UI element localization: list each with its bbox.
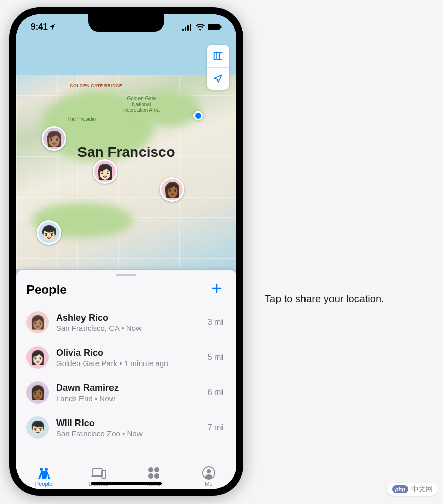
person-map-pin[interactable]: 👦🏻 [37, 220, 61, 245]
map-poi-presidio: The Presidio [67, 116, 96, 122]
watermark: php 中文网 [387, 483, 438, 496]
person-location: San Francisco, CA • Now [56, 324, 201, 332]
svg-rect-3 [190, 24, 191, 31]
status-time: 9:41 [31, 22, 56, 32]
location-arrow-icon [213, 74, 223, 84]
locate-me-button[interactable] [207, 67, 229, 90]
svg-point-16 [207, 469, 211, 473]
person-name: Ashley Rico [56, 313, 201, 323]
person-distance: 6 mi [208, 388, 226, 397]
person-map-pin[interactable]: 👩🏾 [160, 177, 184, 202]
person-map-pin[interactable]: 👩🏽 [42, 126, 66, 151]
svg-rect-5 [220, 26, 222, 29]
sheet-grabber[interactable] [116, 274, 136, 276]
items-icon [147, 466, 160, 480]
map-poi-bridge: GOLDEN GATE BRIDGE [70, 83, 122, 88]
phone-screen: 9:41 GOLDEN GATE BRIDGE The Presidio Gol… [16, 14, 236, 489]
person-row[interactable]: 👦🏻 Will Rico San Francisco Zoo • Now 7 m… [25, 410, 227, 445]
user-location-dot [193, 111, 203, 120]
person-avatar: 👦🏻 [26, 416, 49, 439]
svg-rect-8 [92, 469, 102, 476]
person-avatar: 👩🏽 [26, 311, 49, 333]
share-location-button[interactable] [208, 282, 226, 298]
svg-rect-1 [185, 27, 186, 31]
person-distance: 3 mi [208, 318, 226, 327]
person-name: Will Rico [56, 418, 201, 429]
person-info: Olivia Rico Golden Gate Park • 1 minute … [56, 348, 201, 368]
tab-label: Me [205, 481, 212, 487]
person-info: Ashley Rico San Francisco, CA • Now [56, 313, 201, 332]
person-info: Will Rico San Francisco Zoo • Now [56, 418, 201, 438]
tab-bar: People Devices Items Me [16, 463, 236, 489]
people-icon [36, 466, 51, 480]
person-row[interactable]: 👩🏾 Dawn Ramirez Lands End • Now 6 mi [25, 375, 227, 410]
people-list[interactable]: 👩🏽 Ashley Rico San Francisco, CA • Now 3… [16, 305, 236, 463]
notch [88, 14, 164, 32]
tab-people[interactable]: People [16, 466, 71, 487]
sheet-title: People [26, 283, 67, 297]
svg-rect-4 [208, 24, 220, 30]
devices-icon [91, 466, 106, 480]
person-row[interactable]: 👩🏻 Olivia Rico Golden Gate Park • 1 minu… [25, 340, 227, 375]
person-location: Golden Gate Park • 1 minute ago [56, 359, 201, 368]
person-name: Olivia Rico [56, 348, 201, 358]
person-location: San Francisco Zoo • Now [56, 429, 201, 438]
callout-text: Tap to share your location. [265, 293, 384, 305]
battery-icon [208, 23, 222, 31]
map-mode-button[interactable] [207, 45, 229, 67]
person-location: Lands End • Now [56, 394, 201, 403]
person-info: Dawn Ramirez Lands End • Now [56, 383, 201, 403]
sheet-header: People [16, 278, 236, 305]
svg-point-6 [40, 468, 43, 471]
map[interactable]: GOLDEN GATE BRIDGE The Presidio Golden G… [16, 14, 236, 299]
map-icon [212, 50, 224, 62]
cellular-icon [182, 23, 192, 31]
map-poi-ggnra: Golden Gate National Recreation Area [123, 96, 160, 114]
person-distance: 5 mi [208, 353, 226, 362]
person-avatar: 👩🏻 [26, 346, 49, 369]
home-indicator[interactable] [91, 482, 162, 485]
svg-rect-0 [182, 29, 184, 31]
tab-label: People [35, 481, 52, 487]
php-logo: php [392, 485, 408, 493]
status-indicators [182, 23, 222, 31]
svg-point-7 [45, 468, 48, 471]
svg-point-11 [148, 467, 153, 472]
me-icon [202, 466, 215, 480]
location-services-icon [49, 23, 56, 31]
map-city-label: San Francisco [77, 144, 175, 160]
status-time-text: 9:41 [31, 22, 48, 32]
person-avatar: 👩🏾 [26, 381, 49, 404]
person-name: Dawn Ramirez [56, 383, 201, 394]
map-controls [207, 45, 229, 90]
people-sheet: People 👩🏽 Ashley Rico San Francisco, CA … [16, 270, 236, 489]
person-map-pin[interactable]: 👩🏻 [93, 159, 117, 184]
person-distance: 7 mi [208, 423, 226, 432]
tab-me[interactable]: Me [181, 466, 236, 487]
svg-point-13 [148, 473, 153, 479]
phone-frame: 9:41 GOLDEN GATE BRIDGE The Presidio Gol… [9, 7, 243, 496]
plus-icon [211, 282, 223, 294]
svg-point-12 [154, 467, 159, 472]
svg-point-14 [154, 473, 159, 479]
svg-rect-2 [187, 25, 189, 31]
person-row[interactable]: 👩🏽 Ashley Rico San Francisco, CA • Now 3… [25, 305, 227, 340]
watermark-text: 中文网 [411, 485, 433, 494]
wifi-icon [196, 23, 205, 31]
